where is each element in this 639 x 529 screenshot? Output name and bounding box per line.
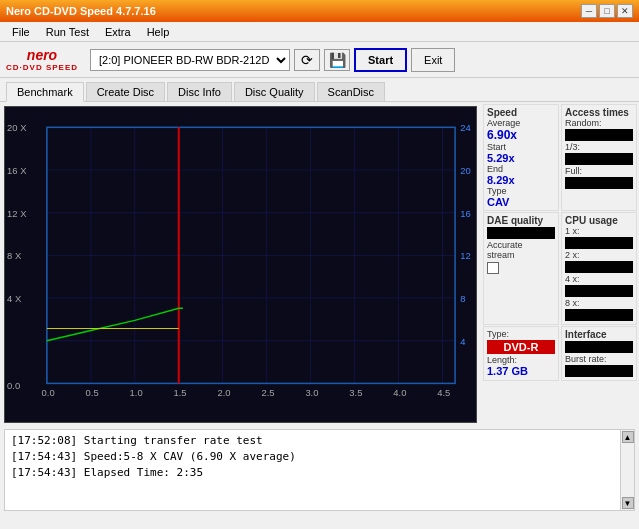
svg-text:8: 8 xyxy=(460,294,465,304)
save-button[interactable]: 💾 xyxy=(324,49,350,71)
svg-text:1.0: 1.0 xyxy=(130,388,143,398)
chart-area: 20 X 16 X 12 X 8 X 4 X 0.0 24 20 16 12 8… xyxy=(4,106,477,423)
top-row: Speed Average 6.90x Start 5.29x End 8.29… xyxy=(483,104,637,211)
svg-text:12: 12 xyxy=(460,252,470,262)
menu-bar: File Run Test Extra Help xyxy=(0,22,639,42)
dae-quality-section: DAE quality Accurate stream xyxy=(483,212,559,325)
tab-benchmark[interactable]: Benchmark xyxy=(6,82,84,102)
svg-text:4.0: 4.0 xyxy=(393,388,406,398)
accurate-stream-checkbox-row xyxy=(487,262,555,274)
tab-scan-disc[interactable]: ScanDisc xyxy=(317,82,385,101)
speed-section: Speed Average 6.90x Start 5.29x End 8.29… xyxy=(483,104,559,211)
window-controls: ─ □ ✕ xyxy=(581,4,633,18)
cdspeed-brand: CD·DVD SPEED xyxy=(6,63,78,72)
speed-end-value: 8.29x xyxy=(487,174,555,186)
svg-text:16 X: 16 X xyxy=(7,166,26,176)
speed-average-label: Average xyxy=(487,118,555,128)
svg-rect-0 xyxy=(5,107,476,422)
speed-average-value: 6.90x xyxy=(487,128,555,142)
cpu-1x-bar xyxy=(565,237,633,249)
speed-type-value: CAV xyxy=(487,196,555,208)
log-line-2: [17:54:43] Speed:5-8 X CAV (6.90 X avera… xyxy=(11,449,614,465)
svg-text:2.0: 2.0 xyxy=(217,388,230,398)
right-panel: Speed Average 6.90x Start 5.29x End 8.29… xyxy=(481,102,639,427)
cpu-1x-label: 1 x: xyxy=(565,226,633,236)
tabs-bar: Benchmark Create Disc Disc Info Disc Qua… xyxy=(0,78,639,102)
menu-help[interactable]: Help xyxy=(139,24,178,40)
cpu-usage-section: CPU usage 1 x: 2 x: 4 x: 8 x: xyxy=(561,212,637,325)
speed-title: Speed xyxy=(487,107,555,118)
log-area: [17:52:08] Starting transfer rate test [… xyxy=(4,429,635,511)
interface-title: Interface xyxy=(565,329,633,340)
cpu-4x-label: 4 x: xyxy=(565,274,633,284)
svg-text:20 X: 20 X xyxy=(7,124,26,134)
tab-disc-quality[interactable]: Disc Quality xyxy=(234,82,315,101)
dae-quality-title: DAE quality xyxy=(487,215,555,226)
scroll-up-button[interactable]: ▲ xyxy=(622,431,634,443)
app-title: Nero CD-DVD Speed 4.7.7.16 xyxy=(6,5,156,17)
start-button[interactable]: Start xyxy=(354,48,407,72)
menu-extra[interactable]: Extra xyxy=(97,24,139,40)
cpu-8x-label: 8 x: xyxy=(565,298,633,308)
burst-rate-label: Burst rate: xyxy=(565,354,633,364)
svg-text:0.0: 0.0 xyxy=(7,382,20,392)
disc-length-label: Length: xyxy=(487,355,555,365)
menu-file[interactable]: File xyxy=(4,24,38,40)
svg-text:3.0: 3.0 xyxy=(305,388,318,398)
log-line-1: [17:52:08] Starting transfer rate test xyxy=(11,433,614,449)
speed-start-value: 5.29x xyxy=(487,152,555,164)
svg-text:1.5: 1.5 xyxy=(174,388,187,398)
cpu-4x-bar xyxy=(565,285,633,297)
log-line-3: [17:54:43] Elapsed Time: 2:35 xyxy=(11,465,614,481)
exit-button[interactable]: Exit xyxy=(411,48,455,72)
accurate-label: Accurate xyxy=(487,240,555,250)
stream-label: stream xyxy=(487,250,555,260)
interface-section: Interface Burst rate: xyxy=(561,326,637,381)
log-scrollbar[interactable]: ▲ ▼ xyxy=(620,430,634,510)
title-bar: Nero CD-DVD Speed 4.7.7.16 ─ □ ✕ xyxy=(0,0,639,22)
svg-text:16: 16 xyxy=(460,209,470,219)
svg-text:24: 24 xyxy=(460,124,470,134)
full-bar xyxy=(565,177,633,189)
cpu-usage-title: CPU usage xyxy=(565,215,633,226)
burst-rate-bar xyxy=(565,365,633,377)
svg-text:4 X: 4 X xyxy=(7,294,21,304)
tab-disc-info[interactable]: Disc Info xyxy=(167,82,232,101)
nero-brand: nero xyxy=(27,47,57,63)
minimize-button[interactable]: ─ xyxy=(581,4,597,18)
onethird-label: 1/3: xyxy=(565,142,633,152)
scroll-down-button[interactable]: ▼ xyxy=(622,497,634,509)
svg-text:8 X: 8 X xyxy=(7,252,21,262)
main-area: 20 X 16 X 12 X 8 X 4 X 0.0 24 20 16 12 8… xyxy=(0,102,639,427)
random-bar xyxy=(565,129,633,141)
disc-type-section: Type: DVD-R Length: 1.37 GB xyxy=(483,326,559,381)
svg-text:20: 20 xyxy=(460,166,470,176)
chart-svg: 20 X 16 X 12 X 8 X 4 X 0.0 24 20 16 12 8… xyxy=(5,107,476,422)
menu-run-test[interactable]: Run Test xyxy=(38,24,97,40)
svg-text:3.5: 3.5 xyxy=(349,388,362,398)
bottom-row: Type: DVD-R Length: 1.37 GB Interface Bu… xyxy=(483,326,637,381)
maximize-button[interactable]: □ xyxy=(599,4,615,18)
svg-text:4.5: 4.5 xyxy=(437,388,450,398)
nero-logo: nero CD·DVD SPEED xyxy=(6,47,78,72)
close-button[interactable]: ✕ xyxy=(617,4,633,18)
disc-type-value: DVD-R xyxy=(487,340,555,354)
svg-text:12 X: 12 X xyxy=(7,209,26,219)
refresh-button[interactable]: ⟳ xyxy=(294,49,320,71)
disc-length-value: 1.37 GB xyxy=(487,365,555,377)
random-label: Random: xyxy=(565,118,633,128)
svg-text:4: 4 xyxy=(460,337,465,347)
interface-bar xyxy=(565,341,633,353)
speed-type-label: Type xyxy=(487,186,555,196)
access-times-title: Access times xyxy=(565,107,633,118)
disc-type-sub: Type: xyxy=(487,329,555,339)
svg-text:0.0: 0.0 xyxy=(42,388,55,398)
tab-create-disc[interactable]: Create Disc xyxy=(86,82,165,101)
drive-select[interactable]: [2:0] PIONEER BD-RW BDR-212D 1.00 xyxy=(90,49,290,71)
svg-text:0.5: 0.5 xyxy=(86,388,99,398)
middle-row: DAE quality Accurate stream CPU usage 1 … xyxy=(483,212,637,325)
accurate-stream-checkbox[interactable] xyxy=(487,262,499,274)
cpu-2x-bar xyxy=(565,261,633,273)
toolbar: nero CD·DVD SPEED [2:0] PIONEER BD-RW BD… xyxy=(0,42,639,78)
cpu-2x-label: 2 x: xyxy=(565,250,633,260)
